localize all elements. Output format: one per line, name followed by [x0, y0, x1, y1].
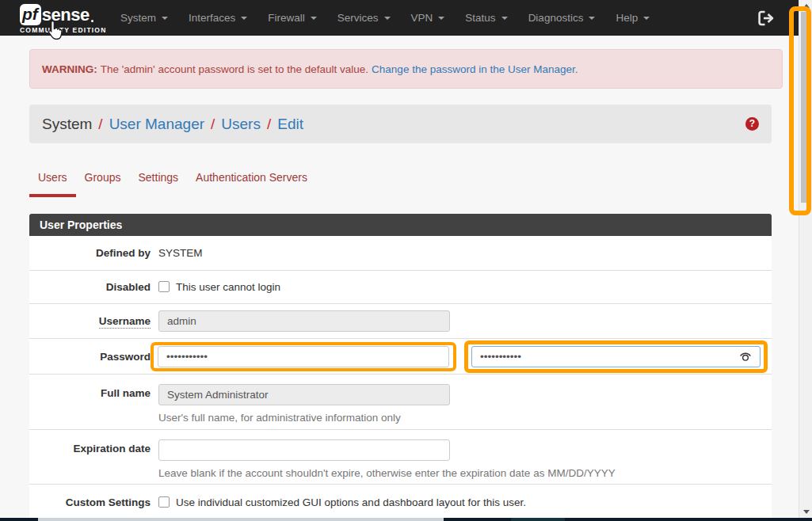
breadcrumb-users[interactable]: Users: [221, 116, 261, 133]
panel-title: User Properties: [29, 214, 772, 236]
breadcrumb-separator: /: [98, 116, 102, 133]
tab-users[interactable]: Users: [29, 163, 76, 197]
highlight-annotation-password: [151, 342, 456, 371]
menu-help[interactable]: Help: [605, 0, 660, 36]
menu-firewall[interactable]: Firewall: [257, 0, 327, 36]
scrollbar-up-arrow[interactable]: [799, 0, 812, 11]
logo-registered-dot: [91, 20, 93, 22]
chevron-down-icon: [438, 17, 444, 20]
chevron-down-icon: [643, 17, 650, 20]
row-custom-settings: Custom Settings Use individual customize…: [29, 485, 772, 519]
tab-groups[interactable]: Groups: [76, 163, 130, 197]
scrollbar[interactable]: [799, 0, 812, 519]
logo-sense-text: sense: [42, 5, 90, 25]
menu-system[interactable]: System: [110, 0, 178, 36]
warning-prefix: WARNING:: [42, 63, 97, 75]
tab-settings[interactable]: Settings: [129, 163, 187, 197]
scrollbar-thumb[interactable]: [801, 12, 811, 203]
custom-settings-option-label: Use individual customized GUI options an…: [176, 496, 526, 508]
custom-settings-checkbox[interactable]: [158, 496, 170, 508]
expiration-date-field[interactable]: [158, 439, 450, 461]
breadcrumb: System / User Manager / Users / Edit ?: [29, 105, 772, 143]
row-password: Password: [29, 339, 772, 375]
password-field[interactable]: [158, 346, 449, 367]
chevron-down-icon: [384, 17, 391, 20]
help-icon[interactable]: ?: [745, 117, 759, 131]
pfsense-logo[interactable]: pf sense COMMUNITY EDITION: [20, 4, 109, 34]
tab-bar: Users Groups Settings Authentication Ser…: [29, 163, 316, 197]
tab-authentication-servers[interactable]: Authentication Servers: [187, 163, 316, 197]
user-properties-panel: User Properties Defined by SYSTEM Disabl…: [29, 214, 772, 519]
logo-pf-badge: pf: [20, 4, 41, 25]
menu-diagnostics[interactable]: Diagnostics: [518, 0, 606, 36]
row-expiration-date: Expiration date Leave blank if the accou…: [29, 430, 772, 485]
username-field: [158, 310, 450, 332]
menu-services[interactable]: Services: [327, 0, 401, 36]
scrollbar-down-arrow[interactable]: [799, 506, 812, 517]
username-label: Username: [99, 315, 151, 329]
breadcrumb-edit[interactable]: Edit: [277, 116, 303, 133]
breadcrumb-user-manager[interactable]: User Manager: [109, 116, 204, 133]
full-name-help: User's full name, for administrative inf…: [158, 412, 760, 424]
breadcrumb-separator: /: [267, 116, 271, 133]
expiration-date-help: Leave blank if the account shouldn't exp…: [158, 467, 760, 479]
full-name-field: [158, 384, 450, 405]
chevron-down-icon: [501, 17, 508, 20]
menu-status[interactable]: Status: [455, 0, 517, 36]
password-confirm-field[interactable]: [471, 346, 761, 367]
reveal-password-icon[interactable]: [738, 351, 753, 363]
full-name-label: Full name: [29, 375, 151, 429]
main-menu: System Interfaces Firewall Services VPN …: [110, 0, 660, 36]
menu-vpn[interactable]: VPN: [401, 0, 456, 36]
row-defined-by: Defined by SYSTEM: [29, 236, 772, 271]
warning-banner: WARNING: The 'admin' account password is…: [29, 49, 783, 89]
password-label: Password: [29, 351, 151, 363]
disabled-option-label: This user cannot login: [176, 281, 280, 293]
expiration-date-label: Expiration date: [29, 430, 151, 484]
breadcrumb-separator: /: [211, 116, 215, 133]
row-disabled: Disabled This user cannot login: [29, 271, 772, 304]
disabled-label: Disabled: [29, 281, 151, 293]
custom-settings-label: Custom Settings: [29, 496, 151, 508]
menu-interfaces[interactable]: Interfaces: [178, 0, 257, 36]
disabled-checkbox[interactable]: [158, 281, 170, 292]
chevron-down-icon: [311, 17, 317, 20]
logo-edition-text: COMMUNITY EDITION: [20, 26, 109, 34]
defined-by-value: SYSTEM: [151, 247, 772, 259]
chevron-down-icon: [589, 17, 595, 20]
top-navbar: pf sense COMMUNITY EDITION System Interf…: [0, 0, 799, 36]
chevron-down-icon: [162, 17, 168, 20]
logout-icon[interactable]: [757, 10, 775, 29]
row-username: Username: [29, 304, 772, 339]
chevron-down-icon: [241, 17, 247, 20]
defined-by-label: Defined by: [29, 247, 151, 259]
breadcrumb-root: System: [42, 116, 92, 133]
bottom-edge-artifact: [0, 518, 812, 521]
warning-message: The 'admin' account password is set to t…: [101, 63, 368, 75]
row-full-name: Full name User's full name, for administ…: [29, 375, 772, 430]
triangle-down-icon: [803, 510, 810, 514]
highlight-annotation-password-confirm: [464, 340, 768, 373]
warning-link[interactable]: Change the password in the User Manager.: [372, 63, 578, 75]
triangle-up-icon: [803, 4, 810, 8]
